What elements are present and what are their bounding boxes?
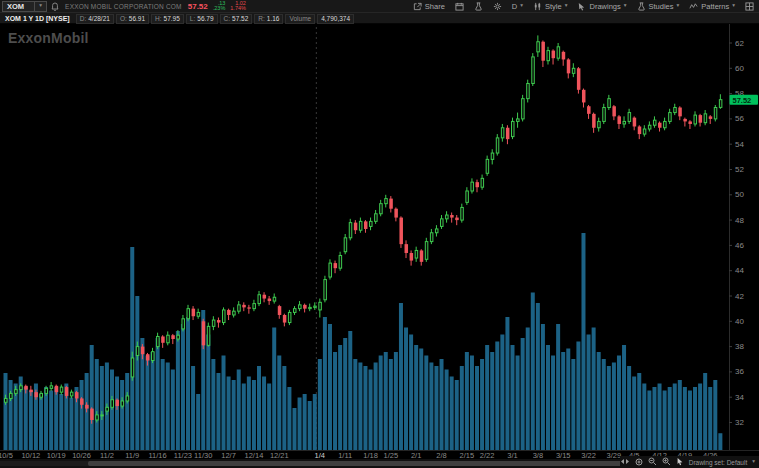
timeframe-button[interactable]: D ▾	[507, 2, 528, 11]
share-label: Share	[425, 2, 445, 11]
svg-text:50: 50	[735, 190, 744, 199]
settings-button[interactable]	[488, 2, 507, 11]
change-down: 1.021.74%	[230, 1, 246, 12]
zoom-out-icon[interactable]	[648, 457, 657, 467]
studies-button[interactable]: Studies ▾	[632, 2, 685, 11]
volume-bars	[4, 233, 723, 450]
svg-text:34: 34	[735, 393, 744, 402]
field-range: R:1.16	[254, 14, 283, 24]
beaker-button[interactable]	[469, 2, 488, 11]
field-date: D:4/28/21	[76, 14, 114, 24]
symbol-input[interactable]: XOM	[2, 1, 35, 12]
svg-text:56: 56	[735, 114, 744, 123]
chart-style-icon	[533, 2, 542, 11]
studies-label: Studies	[649, 2, 674, 11]
layout-grid-button[interactable]	[740, 2, 759, 11]
toolbar-row-main: XOM ▾ EXXON MOBIL CORPORATION COM 57.52 …	[0, 0, 759, 13]
drawings-button[interactable]: Drawings ▾	[572, 2, 631, 11]
drawing-set-selector[interactable]: Drawing set: Default	[689, 459, 748, 466]
calendar-icon	[455, 2, 464, 11]
svg-text:40: 40	[735, 317, 744, 326]
svg-text:48: 48	[735, 216, 744, 225]
chevron-down-icon: ▾	[624, 3, 627, 9]
svg-text:57.52: 57.52	[733, 96, 752, 105]
flask-icon	[637, 2, 646, 11]
svg-text:54: 54	[735, 140, 744, 149]
gear-icon	[493, 2, 502, 11]
svg-text:42: 42	[735, 292, 744, 301]
volume-label-cell: Volume	[285, 14, 315, 24]
chart-title: XOM 1 Y 1D [NYSE]	[5, 15, 70, 22]
zoom-in-icon[interactable]	[662, 457, 671, 467]
svg-text:52: 52	[735, 165, 744, 174]
symbol-text: XOM	[7, 2, 24, 11]
chevron-down-icon: ▾	[39, 3, 42, 9]
field-open: O:56.91	[116, 14, 149, 24]
style-label: Style	[545, 2, 562, 11]
chevron-down-icon: ▾	[732, 3, 735, 9]
svg-text:36: 36	[735, 367, 744, 376]
company-name: EXXON MOBIL CORPORATION COM	[65, 3, 182, 10]
svg-text:60: 60	[735, 64, 744, 73]
change-up: .13.23%	[213, 1, 226, 12]
volume-value-cell: 4,790,374	[317, 14, 354, 24]
field-low: L:56.79	[186, 14, 218, 24]
share-icon	[413, 2, 422, 11]
patterns-label: Patterns	[701, 2, 729, 11]
beaker-icon	[474, 2, 483, 11]
field-close: C:57.52	[220, 14, 253, 24]
chevron-down-icon: ▾	[752, 459, 755, 465]
symbol-dropdown-button[interactable]: ▾	[35, 1, 47, 12]
svg-text:44: 44	[735, 266, 744, 275]
last-price-tag: 57.52	[730, 95, 759, 105]
timeframe-label: D	[512, 2, 517, 11]
cursor-mode-icon[interactable]	[676, 457, 684, 467]
share-button[interactable]: Share	[408, 2, 450, 11]
chevron-down-icon: ▾	[520, 3, 523, 9]
reset-zoom-icon[interactable]	[635, 458, 643, 467]
price-chart[interactable]: 6260585654525048464442403836343257.5210/…	[0, 0, 759, 468]
field-high: H:57.95	[151, 14, 184, 24]
layout-grid-icon	[745, 2, 754, 11]
cursor-icon	[577, 2, 586, 11]
patterns-button[interactable]: Patterns ▾	[684, 2, 740, 11]
svg-text:62: 62	[735, 39, 744, 48]
price-axis: 62605856545250484644424038363432	[729, 22, 744, 450]
drawings-label: Drawings	[589, 2, 620, 11]
last-price: 57.52	[188, 2, 208, 11]
chevron-down-icon: ▾	[565, 3, 568, 9]
pan-arrows-icon[interactable]	[620, 458, 630, 466]
svg-text:46: 46	[735, 241, 744, 250]
chart-toolbar: XOM ▾ EXXON MOBIL CORPORATION COM 57.52 …	[0, 0, 759, 24]
hscrollbar-thumb[interactable]	[88, 461, 638, 466]
svg-text:38: 38	[735, 342, 744, 351]
style-button[interactable]: Style ▾	[528, 2, 572, 11]
chevron-down-icon: ▾	[677, 3, 680, 9]
patterns-icon	[689, 2, 698, 11]
ohlc-info-bar: XOM 1 Y 1D [NYSE] D:4/28/21 O:56.91 H:57…	[0, 13, 759, 24]
chart-footer: Drawing set: Default ▾	[0, 459, 759, 468]
alerts-bell-icon[interactable]	[51, 2, 59, 11]
calendar-button[interactable]	[450, 2, 469, 11]
footer-controls: Drawing set: Default ▾	[620, 456, 759, 468]
exxonmobil-watermark: ExxonMobil	[8, 30, 89, 46]
svg-text:32: 32	[735, 418, 744, 427]
